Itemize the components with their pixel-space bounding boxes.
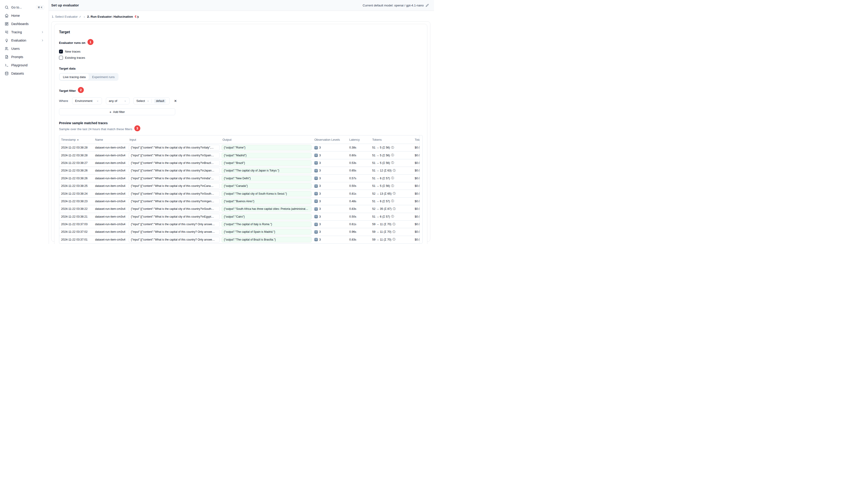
filter-value-select[interactable]: Select ⌄ default (133, 97, 170, 104)
output-cell[interactable]: {"output":"The capital city of Japan is … (221, 168, 312, 173)
total-cost-cell: $0.000011 ( (413, 161, 420, 165)
input-cell[interactable]: {"input":[{"content":"What is the capita… (128, 237, 221, 242)
sidebar-item-prompts[interactable]: Prompts (2, 53, 46, 61)
col-output[interactable]: Output (221, 138, 312, 141)
sidebar-item-playground[interactable]: Playground (2, 61, 46, 69)
col-tokens[interactable]: Tokens (370, 138, 413, 141)
info-square-icon: i (314, 176, 318, 180)
timestamp-cell: 2024-11-22 03:38:25 (59, 184, 93, 188)
latency-cell: 0.61s (347, 223, 370, 226)
input-cell[interactable]: {"input":[{"content":"What is the capita… (128, 206, 221, 212)
table-row[interactable]: 2024-11-22 03:38:22 dataset-run-item-cm3… (59, 205, 420, 213)
input-cell[interactable]: {"input":[{"content":"What is the capita… (128, 183, 221, 189)
checkbox-new-traces[interactable]: ✓ New traces (59, 48, 423, 55)
info-square-icon: i (314, 199, 318, 203)
sidebar-item-dashboards[interactable]: Dashboards (2, 20, 46, 28)
sidebar-item-home[interactable]: Home (2, 11, 46, 20)
output-cell[interactable]: {"output":"The capital of Spain is Madri… (221, 229, 312, 235)
input-cell[interactable]: {"input":[{"content":"What is the capita… (128, 168, 221, 173)
output-cell[interactable]: {"output":"Madrid"} (221, 153, 312, 158)
col-timestamp[interactable]: Timestamp▼ (59, 138, 93, 141)
info-circle-icon[interactable]: ⓘ (391, 215, 394, 219)
filter-field-select[interactable]: Environment ⌄ (72, 97, 102, 104)
output-cell[interactable]: {"output":"South Africa has three capita… (221, 206, 312, 212)
tokens-cell: 52 → 13 (Σ 65) ⓘ (370, 192, 413, 196)
table-row[interactable]: 2024-11-22 03:38:24 dataset-run-item-cm3… (59, 190, 420, 197)
table-row[interactable]: 2024-11-22 03:37:03 dataset-run-item-cm3… (59, 220, 420, 228)
info-circle-icon[interactable]: ⓘ (391, 146, 394, 150)
evaluation-icon (5, 38, 9, 42)
info-circle-icon[interactable]: ⓘ (393, 222, 396, 226)
table-row[interactable]: 2024-11-22 03:38:21 dataset-run-item-cm3… (59, 213, 420, 220)
table-row[interactable]: 2024-11-22 03:37:01 dataset-run-item-cm3… (59, 236, 420, 243)
table-row[interactable]: 2024-11-22 03:38:23 dataset-run-item-cm3… (59, 197, 420, 205)
checkbox-icon: ✓ (59, 50, 63, 54)
target-card: Target Evaluator runs on 1 ✓ New traces … (54, 24, 427, 244)
sidebar: Go to... ⌘ K Home Dashboards Tracing Eva… (0, 0, 49, 244)
info-circle-icon[interactable]: ⓘ (393, 207, 396, 211)
info-circle-icon[interactable]: ⓘ (393, 192, 396, 196)
info-circle-icon[interactable]: ⓘ (393, 237, 396, 241)
chevron-down-icon: ⌄ (147, 99, 149, 102)
table-row[interactable]: 2024-11-22 03:38:28 dataset-run-item-cm3… (59, 151, 420, 159)
col-latency[interactable]: Latency (347, 138, 370, 141)
input-cell[interactable]: {"input":[{"content":"What is the capita… (128, 145, 221, 150)
info-circle-icon[interactable]: ⓘ (393, 230, 396, 234)
table-row[interactable]: 2024-11-22 03:38:28 dataset-run-item-cm3… (59, 144, 420, 151)
dashboards-icon (5, 22, 9, 26)
input-cell[interactable]: {"input":[{"content":"What is the capita… (128, 191, 221, 196)
col-observation-levels[interactable]: Observation Levels (312, 138, 347, 141)
target-filter-label: Target filter (59, 89, 76, 93)
table-row[interactable]: 2024-11-22 03:38:26 dataset-run-item-cm3… (59, 174, 420, 182)
info-circle-icon[interactable]: ⓘ (391, 153, 394, 157)
output-cell[interactable]: {"output":"Canada"} (221, 183, 312, 189)
col-total-cost[interactable]: Total Cost (413, 138, 420, 141)
checkbox-existing-traces[interactable]: ✓ Existing traces (59, 55, 423, 61)
table-row[interactable]: 2024-11-22 03:38:27 dataset-run-item-cm3… (59, 159, 420, 167)
sidebar-item-evaluation[interactable]: Evaluation (2, 36, 46, 44)
input-cell[interactable]: {"input":[{"content":"What is the capita… (128, 214, 221, 220)
table-row[interactable]: 2024-11-22 03:38:25 dataset-run-item-cm3… (59, 182, 420, 190)
output-cell[interactable]: {"output":"New Delhi"} (221, 175, 312, 181)
info-circle-icon[interactable]: ⓘ (391, 184, 394, 188)
table-scrollbar[interactable] (420, 135, 422, 243)
input-cell[interactable]: {"input":[{"content":"What is the capita… (128, 175, 221, 181)
output-cell[interactable]: {"output":"Brazil"} (221, 160, 312, 166)
timestamp-cell: 2024-11-22 03:38:27 (59, 161, 93, 165)
breadcrumb: 1. Select Evaluator ✓ › 2. Run Evaluator… (49, 11, 434, 21)
info-circle-icon[interactable]: ⓘ (393, 169, 396, 173)
output-cell[interactable]: {"output":"Rome"} (221, 145, 312, 150)
remove-filter-button[interactable]: ✕ (174, 98, 178, 103)
add-filter-button[interactable]: + Add filter (59, 108, 175, 115)
form-container: Target Evaluator runs on 1 ✓ New traces … (51, 21, 430, 242)
output-cell[interactable]: {"output":"Buenos Aires"} (221, 199, 312, 204)
tab-live-tracing-data[interactable]: Live tracing data (60, 74, 89, 80)
info-circle-icon[interactable]: ⓘ (391, 176, 394, 180)
table-row[interactable]: 2024-11-22 03:38:26 dataset-run-item-cm3… (59, 167, 420, 174)
output-cell[interactable]: {"output":"The capital of Italy is Rome.… (221, 222, 312, 227)
tokens-cell: 52 → 35 (Σ 87) ⓘ (370, 207, 413, 211)
col-name[interactable]: Name (93, 138, 128, 141)
output-cell[interactable]: {"output":"The capital city of South Kor… (221, 191, 312, 196)
observation-levels-cell: i 3 (312, 146, 347, 150)
input-cell[interactable]: {"input":[{"content":"What is the capita… (128, 199, 221, 204)
output-cell[interactable]: {"output":"Cairo"} (221, 214, 312, 220)
tab-experiment-runs[interactable]: Experiment runs (89, 74, 118, 80)
breadcrumb-step-select-evaluator[interactable]: 1. Select Evaluator ✓ (52, 15, 81, 19)
input-cell[interactable]: {"input":[{"content":"What is the capita… (128, 229, 221, 235)
goto-search[interactable]: Go to... ⌘ K (2, 3, 46, 11)
total-cost-cell: $0.000011 ( (413, 184, 420, 188)
col-input[interactable]: Input (128, 138, 221, 141)
input-cell[interactable]: {"input":[{"content":"What is the capita… (128, 160, 221, 166)
input-cell[interactable]: {"input":[{"content":"What is the capita… (128, 222, 221, 227)
table-row[interactable]: 2024-11-22 03:37:02 dataset-run-item-cm3… (59, 228, 420, 235)
sidebar-item-users[interactable]: Users (2, 44, 46, 53)
output-cell[interactable]: {"output":"The capital of Brazil is Bras… (221, 237, 312, 242)
input-cell[interactable]: {"input":[{"content":"What is the capita… (128, 153, 221, 158)
info-circle-icon[interactable]: ⓘ (391, 161, 394, 165)
edit-pencil-icon[interactable] (426, 4, 429, 7)
filter-operator-select[interactable]: any of ⌄ (106, 97, 129, 104)
info-circle-icon[interactable]: ⓘ (391, 199, 394, 203)
sidebar-item-tracing[interactable]: Tracing (2, 28, 46, 36)
sidebar-item-datasets[interactable]: Datasets (2, 69, 46, 77)
